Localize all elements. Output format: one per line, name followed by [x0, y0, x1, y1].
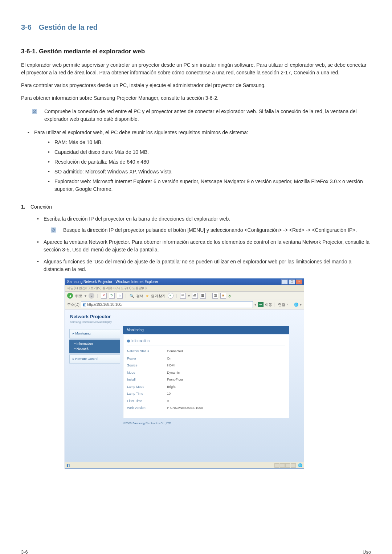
table-row: PowerOn [127, 356, 285, 361]
info-value: Dynamic [167, 370, 180, 376]
step-sub-item: Aparece la ventana Network Projector. Pa… [36, 238, 371, 254]
print-button[interactable]: 🖶 [192, 293, 198, 299]
browser-menubar[interactable]: 파일(F) 편집(E) 보기(V) 즐겨찾기(A) 도구(T) 도움말(H) [65, 285, 304, 292]
sidebar-item-network[interactable]: • Network [74, 346, 117, 352]
internet-zone-icon: 🌐 [298, 463, 302, 468]
close-button[interactable]: × [296, 279, 302, 284]
mail-button[interactable]: ✉ [180, 293, 186, 299]
paragraph-2: Para controlar varios proyectores desde … [21, 82, 371, 89]
info-value: P-CRN2WEB30SS-1000 [167, 406, 203, 411]
plugin-icon[interactable]: 🌐 [294, 302, 298, 307]
note-text: Compruebe la conexión de red entre el PC… [44, 108, 367, 123]
forward-button[interactable]: ▸ [89, 293, 94, 299]
subsection-title: 3-6-1. Gestión mediante el explorador we… [21, 47, 371, 56]
search-label: 검색 [136, 293, 143, 299]
np-title: Network Projector [70, 313, 112, 320]
window-title: Samsung Network Projector - Windows Inte… [67, 279, 158, 284]
stop-button[interactable]: ✕ [101, 293, 107, 299]
req-item: SO admitido: Microsoft Windows XP, Windo… [46, 168, 371, 176]
status-cells [274, 463, 296, 468]
inner-note-text: Busque la dirección IP del proyector pul… [63, 226, 357, 234]
info-label: Source [127, 363, 167, 368]
sidebar-label: Monitoring [75, 332, 91, 335]
step-title: Conexión [30, 204, 52, 210]
requirements-items: RAM: Más de 10 MB. Capacidad del disco d… [46, 139, 371, 193]
window-titlebar: Samsung Network Projector - Windows Inte… [65, 279, 304, 285]
address-value: http://192.168.10.100/ [87, 302, 122, 307]
footer-right: Uso [363, 549, 371, 554]
maximize-button[interactable]: □ [289, 279, 295, 284]
status-bar: ◧ 🌐 [65, 462, 304, 468]
note-icon [51, 227, 58, 233]
section-number: 3-6 [21, 23, 32, 31]
note-icon [32, 109, 39, 114]
go-button[interactable]: ➔ [258, 302, 264, 307]
section-header: 3-6 Gestión de la red [21, 22, 371, 35]
np-sidebar: ▸ Monitoring • Information • Network ▸ R… [69, 329, 120, 462]
req-item: Explorador web: Microsoft Internet Explo… [46, 178, 371, 193]
minimize-button[interactable]: _ [281, 279, 288, 284]
info-value: Front-Floor [167, 377, 183, 382]
home-button[interactable]: ⌂ [117, 293, 123, 299]
favorites-icon[interactable]: ★ [146, 293, 149, 299]
info-dot-icon [127, 340, 130, 342]
requirements-list: Para utilizar el explorador web, el PC d… [25, 129, 371, 193]
sidebar-item-remote[interactable]: ▸ Remote Control [69, 354, 120, 364]
table-row: Lamp ModeBright [127, 385, 285, 390]
tool-button-3[interactable]: ⬘ [228, 293, 231, 299]
page-content: Network Projector Samsung Electronic Net… [65, 309, 304, 462]
sidebar-label: Network [77, 347, 89, 350]
step-sub-item: Algunas funciones de 'Uso del menú de aj… [36, 258, 371, 273]
window-buttons: _ □ × [281, 279, 302, 284]
browser-toolbar: ◄ 뒤로 ▾ ▸ │ ✕ ↻ ⌂ │ 🔍 검색 ★ 즐겨찾기 ✓ │ ✉ ▾ 🖶… [65, 292, 304, 300]
table-row: Web VersionP-CRN2WEB30SS-1000 [127, 406, 285, 411]
tool-button-2[interactable]: ◙ [220, 293, 226, 299]
back-label: 뒤로 [75, 293, 82, 299]
copyright-pre: ©2009 [123, 422, 132, 425]
info-label: Web Version [127, 406, 167, 411]
inner-note: Busque la dirección IP del proyector pul… [51, 226, 371, 234]
step-sublist: Escriba la dirección IP del proyector en… [36, 215, 371, 273]
favorites-label: 즐겨찾기 [151, 293, 166, 299]
table-row: SourceHDMI [127, 363, 285, 368]
info-label: Lamp Time [127, 391, 167, 397]
info-label: Filter Time [127, 399, 167, 404]
req-item: RAM: Más de 10 MB. [46, 139, 371, 146]
back-button[interactable]: ◄ [67, 293, 73, 299]
sidebar-item-monitoring[interactable]: ▸ Monitoring [69, 329, 120, 338]
go-label: 이동 [265, 302, 272, 307]
footer-left: 3-6 [21, 549, 28, 554]
info-label: Mode [127, 370, 167, 376]
browser-screenshot: Samsung Network Projector - Windows Inte… [65, 278, 304, 469]
sidebar-subgroup: • Information • Network [69, 340, 120, 353]
info-value: On [167, 356, 171, 361]
np-main: Monitoring Information Network StatusCon… [123, 326, 289, 462]
req-item: Resolución de pantalla: Más de 640 x 480 [46, 158, 371, 166]
table-row: ModeDynamic [127, 370, 285, 376]
table-row: Network StatusConnected [127, 349, 285, 354]
info-label: Network Status [127, 349, 167, 354]
refresh-button[interactable]: ↻ [109, 293, 115, 299]
sidebar-item-information[interactable]: • Information [74, 341, 117, 346]
edit-button[interactable]: ▦ [200, 293, 206, 299]
search-icon[interactable]: 🔍 [130, 293, 134, 299]
page-footer: 3-6 Uso [21, 549, 371, 554]
links-label[interactable]: 연결 [278, 302, 285, 307]
info-header: Information [127, 338, 285, 345]
sidebar-label: Remote Control [75, 357, 98, 361]
info-value: Bright [167, 385, 176, 390]
panel-header: Monitoring [123, 326, 289, 334]
address-input[interactable]: ◧ http://192.168.10.100/ [81, 301, 253, 308]
info-value: 9 [167, 399, 169, 404]
info-value: Connected [167, 349, 183, 354]
copyright: ©2009 Samsung Electronics Co.,LTD. [123, 421, 289, 426]
sidebar-label: Information [77, 342, 93, 345]
tool-button[interactable]: ◫ [212, 293, 218, 299]
info-label: Install [127, 377, 167, 382]
copyright-post: Electronics Co.,LTD. [145, 422, 172, 425]
table-row: InstallFront-Floor [127, 377, 285, 382]
history-button[interactable]: ✓ [168, 293, 173, 299]
ie-status-icon: ◧ [66, 463, 70, 468]
copyright-link[interactable]: Samsung [132, 422, 145, 425]
info-value: 10 [167, 391, 171, 397]
